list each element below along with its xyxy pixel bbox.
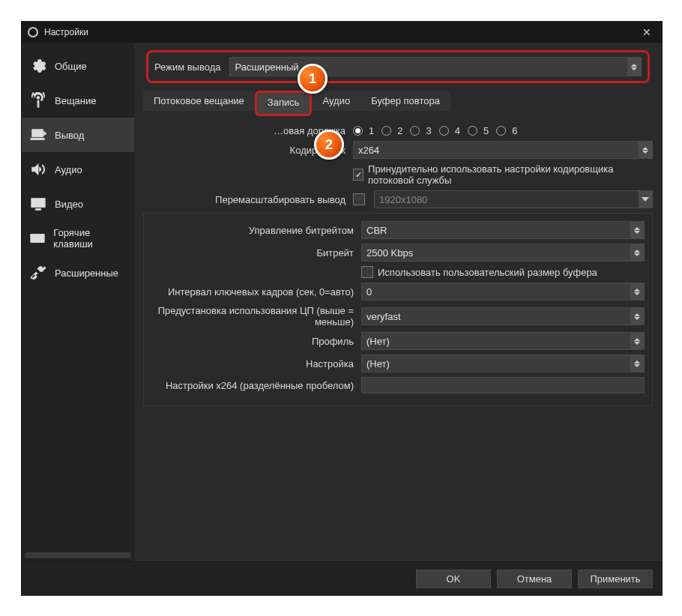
- rescale-checkbox[interactable]: [353, 193, 365, 205]
- sidebar-scrollbar[interactable]: [25, 552, 131, 558]
- sidebar-item-label: Аудио: [55, 164, 82, 175]
- chevron-down-icon: [639, 191, 652, 208]
- window-title: Настройки: [44, 27, 88, 37]
- sidebar-item-output[interactable]: Вывод: [22, 118, 134, 152]
- tools-icon: [29, 264, 47, 282]
- rescale-value: 1920x1080: [379, 194, 427, 205]
- audio-track-2-radio[interactable]: [381, 126, 391, 136]
- tab-replay-buffer[interactable]: Буфер повтора: [360, 91, 450, 111]
- sidebar-item-label: Общие: [55, 61, 87, 72]
- bitrate-label: Битрейт: [151, 247, 361, 259]
- encoder-value: x264: [358, 145, 379, 156]
- sidebar-item-advanced[interactable]: Расширенные: [22, 256, 134, 290]
- annotation-marker-2: 2: [314, 130, 344, 160]
- profile-select[interactable]: (Нет): [361, 332, 645, 350]
- sidebar-item-label: Видео: [55, 199, 83, 210]
- updown-icon: [630, 333, 644, 349]
- encoder-settings-group: Управление битрейтом CBR Битрейт 2500 Kb…: [143, 213, 653, 406]
- cpu-preset-select[interactable]: veryfast: [361, 307, 645, 325]
- tab-streaming[interactable]: Потоковое вещание: [143, 91, 255, 111]
- updown-icon: [630, 355, 644, 372]
- sidebar-item-general[interactable]: Общие: [22, 49, 134, 83]
- settings-window: Настройки ✕ Общие Вещание: [21, 21, 663, 596]
- output-mode-label: Режим вывода: [154, 61, 229, 73]
- monitor-icon: [29, 195, 47, 213]
- footer: OK Отмена Применить: [22, 561, 662, 595]
- output-mode-select[interactable]: Расширенный: [229, 57, 642, 76]
- rescale-select[interactable]: 1920x1080: [374, 190, 653, 208]
- custom-buffer-checkbox[interactable]: [361, 266, 373, 278]
- x264-opts-input[interactable]: [361, 377, 645, 393]
- updown-icon: [630, 222, 644, 238]
- rescale-label: Перемасштабировать вывод: [143, 194, 353, 205]
- main-pane: 1 2 Режим вывода Расширенный Потоковое в…: [134, 43, 662, 561]
- updown-icon: [630, 308, 644, 324]
- sidebar-item-hotkeys[interactable]: Горячие клавиши: [22, 221, 134, 256]
- apply-button[interactable]: Применить: [578, 570, 653, 588]
- enforce-encoder-checkbox[interactable]: [353, 169, 363, 181]
- bitrate-value: 2500 Kbps: [366, 247, 413, 259]
- audio-track-3-radio[interactable]: [410, 126, 420, 136]
- sidebar-item-stream[interactable]: Вещание: [22, 83, 134, 118]
- output-mode-highlight: Режим вывода Расширенный: [146, 50, 650, 83]
- audio-track-4-radio[interactable]: [439, 126, 449, 136]
- rate-control-value: CBR: [366, 225, 387, 236]
- sidebar-item-label: Горячие клавиши: [53, 227, 127, 250]
- app-icon: [28, 27, 38, 37]
- keyframe-value: 0: [366, 286, 372, 298]
- speaker-icon: [29, 160, 47, 178]
- cancel-button[interactable]: Отмена: [497, 570, 572, 588]
- encoder-select[interactable]: x264: [353, 141, 653, 159]
- rate-control-select[interactable]: CBR: [361, 221, 645, 239]
- updown-icon: [630, 283, 644, 300]
- audio-track-5-radio[interactable]: [468, 126, 477, 136]
- audio-track-6-radio[interactable]: [496, 126, 506, 136]
- annotation-marker-1: 1: [298, 64, 328, 94]
- updown-icon: [630, 244, 644, 261]
- custom-buffer-label: Использовать пользовательский размер буф…: [378, 267, 597, 278]
- close-icon[interactable]: ✕: [638, 26, 656, 38]
- gear-icon: [29, 57, 47, 75]
- audio-track-radios: 1 2 3 4 5 6: [353, 125, 653, 136]
- tune-label: Настройка: [151, 358, 361, 369]
- profile-label: Профиль: [151, 336, 361, 347]
- rate-control-label: Управление битрейтом: [151, 225, 361, 236]
- output-tabs: Потоковое вещание Запись Аудио Буфер пов…: [143, 91, 653, 116]
- tune-value: (Нет): [366, 358, 390, 369]
- sidebar-item-audio[interactable]: Аудио: [22, 152, 134, 187]
- keyboard-icon: [29, 229, 46, 247]
- cpu-preset-label: Предустановка использования ЦП (выше = м…: [151, 305, 361, 327]
- profile-value: (Нет): [366, 336, 390, 347]
- output-icon: [29, 126, 47, 144]
- sidebar-item-video[interactable]: Видео: [22, 187, 134, 221]
- sidebar-item-label: Расширенные: [55, 268, 118, 279]
- audio-track-1-radio[interactable]: [353, 126, 363, 136]
- keyframe-input[interactable]: 0: [361, 283, 645, 301]
- bitrate-input[interactable]: 2500 Kbps: [361, 244, 645, 262]
- tune-select[interactable]: (Нет): [361, 354, 645, 372]
- tab-recording[interactable]: Запись: [255, 91, 313, 116]
- x264-opts-label: Настройки x264 (разделённые пробелом): [151, 380, 361, 391]
- ok-button[interactable]: OK: [416, 570, 491, 588]
- keyframe-label: Интервал ключевых кадров (сек, 0=авто): [151, 286, 361, 298]
- sidebar-item-label: Вывод: [55, 130, 84, 141]
- titlebar: Настройки ✕: [22, 22, 662, 43]
- sidebar: Общие Вещание Вывод Аудио: [22, 43, 134, 561]
- output-mode-value: Расширенный: [235, 61, 298, 73]
- updown-icon: [627, 58, 641, 76]
- updown-icon: [639, 142, 652, 158]
- cpu-preset-value: veryfast: [366, 311, 401, 322]
- enforce-encoder-label: Принудительно использовать настройки код…: [368, 163, 653, 186]
- sidebar-item-label: Вещание: [55, 95, 97, 106]
- antenna-icon: [29, 91, 47, 109]
- tab-audio[interactable]: Аудио: [312, 91, 360, 111]
